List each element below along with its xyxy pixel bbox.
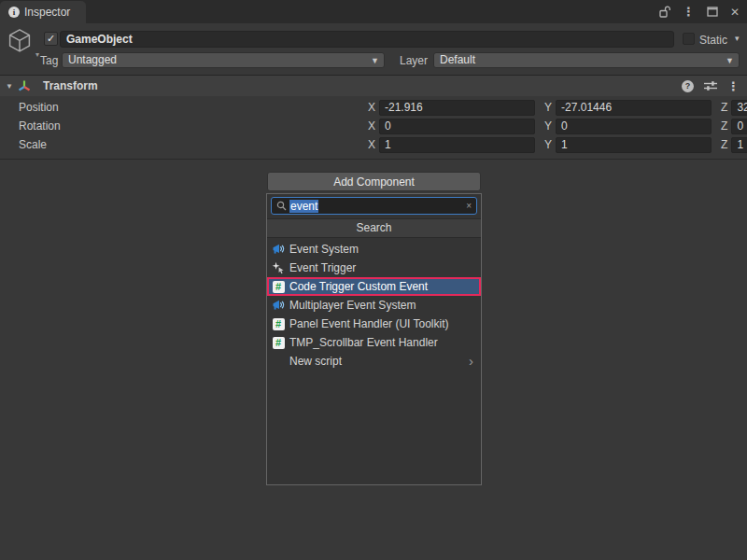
component-separator <box>0 159 747 160</box>
transform-header: ▼ Transform ? ⋮ <box>0 75 747 96</box>
axis-x-handle[interactable]: X <box>368 138 375 151</box>
list-item-label: TMP_Scrollbar Event Handler <box>289 336 438 349</box>
submenu-chevron-icon: › <box>469 354 473 368</box>
row-label: Rotation <box>19 119 61 133</box>
static-dropdown-arrow-icon[interactable]: ▾ <box>735 34 740 43</box>
list-item-label: Code Trigger Custom Event <box>289 280 428 293</box>
tag-value: Untagged <box>68 53 117 66</box>
presets-icon[interactable] <box>704 80 717 91</box>
transform-icon <box>17 78 32 93</box>
axis-y-handle[interactable]: Y <box>544 101 552 114</box>
position-y-input[interactable] <box>556 100 712 116</box>
axis-y-handle[interactable]: Y <box>544 138 552 151</box>
search-icon <box>276 201 287 211</box>
csharp-script-icon: # <box>272 336 285 349</box>
component-list: Event System Event Trigger # Code Trigge… <box>267 238 481 371</box>
csharp-script-icon: # <box>272 317 285 330</box>
csharp-script-icon: # <box>272 280 285 293</box>
axis-z-handle[interactable]: Z <box>721 119 727 133</box>
list-item-label: Multiplayer Event System <box>289 299 416 312</box>
layer-dropdown[interactable]: Default ▼ <box>433 52 740 68</box>
tag-label: Tag <box>40 54 58 67</box>
gameobject-name-input[interactable] <box>60 31 674 48</box>
unlock-icon[interactable] <box>659 6 670 18</box>
axis-y-handle[interactable]: Y <box>544 119 552 133</box>
add-component-popup: event × Search Event System Event Trigge… <box>266 193 482 485</box>
scale-x-input[interactable] <box>379 137 535 153</box>
rotation-row: Rotation X Y Z <box>0 118 747 134</box>
kebab-menu-icon[interactable]: ⋮ <box>727 79 740 93</box>
list-item-multiplayer-event-system[interactable]: Multiplayer Event System <box>267 296 481 315</box>
maximize-icon[interactable] <box>707 7 718 17</box>
static-checkbox[interactable] <box>683 33 695 45</box>
list-item-tmp-scrollbar-event-handler[interactable]: # TMP_Scrollbar Event Handler <box>267 333 481 352</box>
list-item-new-script[interactable]: New script › <box>267 352 481 371</box>
list-item-label: Event Trigger <box>289 261 356 274</box>
axis-z-handle[interactable]: Z <box>721 138 727 151</box>
scale-y-input[interactable] <box>556 137 712 153</box>
search-group-header: Search <box>267 218 481 238</box>
tab-inspector[interactable]: i Inspector <box>0 1 86 23</box>
active-checkbox[interactable]: ✓ <box>44 32 58 46</box>
gameobject-icon[interactable]: ▾ <box>6 27 37 57</box>
scale-z-input[interactable] <box>731 137 747 153</box>
info-icon: i <box>8 7 20 18</box>
list-item-label: Event System <box>289 243 359 256</box>
position-x-input[interactable] <box>379 100 535 116</box>
axis-x-handle[interactable]: X <box>368 101 375 114</box>
chevron-down-icon: ▼ <box>371 54 379 68</box>
list-item-panel-event-handler[interactable]: # Panel Event Handler (UI Toolkit) <box>267 315 481 333</box>
list-item-event-trigger[interactable]: Event Trigger <box>267 259 481 277</box>
empty-icon-slot <box>272 355 285 368</box>
rotation-z-input[interactable] <box>731 119 747 134</box>
component-title: Transform <box>43 79 98 92</box>
chevron-down-icon: ▼ <box>726 54 734 68</box>
tag-dropdown[interactable]: Untagged ▼ <box>62 52 385 68</box>
axis-z-handle[interactable]: Z <box>721 101 727 114</box>
tab-bar: i Inspector ⋮ ✕ <box>0 0 747 23</box>
position-z-input[interactable] <box>731 100 747 116</box>
close-icon[interactable]: ✕ <box>730 6 740 19</box>
list-item-label: Panel Event Handler (UI Toolkit) <box>289 317 449 330</box>
kebab-menu-icon[interactable]: ⋮ <box>683 5 695 19</box>
rotation-x-input[interactable] <box>379 119 535 134</box>
axis-x-handle[interactable]: X <box>368 119 375 133</box>
layer-label: Layer <box>400 54 428 67</box>
tab-title: Inspector <box>24 6 70 19</box>
position-row: Position X Y Z <box>0 99 747 116</box>
chevron-down-icon: ▾ <box>35 50 39 59</box>
foldout-arrow-icon[interactable]: ▼ <box>6 82 17 91</box>
event-trigger-icon <box>272 261 285 274</box>
help-icon[interactable]: ? <box>682 80 694 92</box>
add-component-button[interactable]: Add Component <box>267 172 481 191</box>
rotation-y-input[interactable] <box>556 119 712 134</box>
list-item-code-trigger-custom-event[interactable]: # Code Trigger Custom Event <box>267 277 481 296</box>
row-label: Position <box>19 101 59 114</box>
clear-search-icon[interactable]: × <box>466 201 472 211</box>
unity-inspector-window: i Inspector ⋮ ✕ ▾ ✓ Static ▾ Tag Untagge… <box>0 0 747 560</box>
event-system-icon <box>272 243 285 256</box>
event-system-icon <box>272 299 285 312</box>
list-item-event-system[interactable]: Event System <box>267 240 481 259</box>
static-label: Static <box>699 34 727 47</box>
search-text: event <box>289 200 318 213</box>
list-item-label: New script <box>289 355 342 368</box>
layer-value: Default <box>440 53 475 66</box>
search-input[interactable]: event × <box>271 197 477 215</box>
row-label: Scale <box>19 138 47 151</box>
scale-row: Scale X Y Z <box>0 136 747 153</box>
